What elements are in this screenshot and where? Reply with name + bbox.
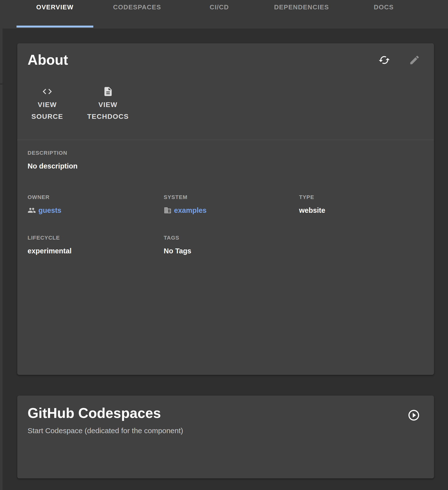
github-codespaces-card: GitHub Codespaces Start Codespace (dedic… — [17, 396, 434, 478]
owner-label: OWNER — [28, 194, 164, 200]
edit-icon — [409, 54, 420, 66]
about-card-title: About — [28, 52, 68, 68]
codespaces-card-subtitle: Start Codespace (dedicated for the compo… — [28, 426, 183, 435]
refresh-icon — [378, 54, 390, 66]
tab-cicd-label: CI/CD — [210, 3, 229, 29]
description-value: No description — [28, 162, 424, 170]
tags-label: TAGS — [164, 235, 299, 241]
sidebar-edge-divider — [0, 84, 2, 84]
about-card: About VIEW SOURCE VIEW T — [17, 43, 434, 375]
entity-tab-bar: OVERVIEW CODESPACES CI/CD DEPENDENCIES D… — [0, 0, 448, 29]
owner-link[interactable]: guests — [28, 206, 61, 215]
techdocs-icon — [103, 86, 113, 97]
tab-dependencies[interactable]: DEPENDENCIES — [263, 0, 340, 29]
about-card-header: About — [17, 43, 434, 68]
about-card-actions — [378, 54, 420, 66]
tab-dependencies-label: DEPENDENCIES — [274, 3, 329, 29]
about-card-content: DESCRIPTION No description OWNER guests … — [17, 140, 434, 255]
tab-docs-label: DOCS — [374, 3, 394, 29]
edit-button[interactable] — [409, 54, 420, 66]
codespaces-card-header: GitHub Codespaces Start Codespace (dedic… — [17, 396, 434, 435]
tags-value: No Tags — [164, 246, 299, 255]
type-field: TYPE website — [299, 194, 424, 215]
tab-codespaces[interactable]: CODESPACES — [99, 0, 176, 29]
tab-overview-label: OVERVIEW — [36, 3, 74, 29]
description-label: DESCRIPTION — [28, 150, 424, 156]
tab-codespaces-label: CODESPACES — [113, 3, 161, 29]
system-link-label: examples — [174, 206, 207, 215]
tab-docs[interactable]: DOCS — [345, 0, 422, 29]
system-label: SYSTEM — [164, 194, 299, 200]
codespaces-card-heading: GitHub Codespaces Start Codespace (dedic… — [28, 405, 183, 435]
view-techdocs-label: VIEW TECHDOCS — [85, 99, 131, 122]
domain-icon — [164, 206, 172, 214]
owner-link-label: guests — [38, 206, 61, 215]
system-link[interactable]: examples — [164, 206, 207, 215]
owner-field: OWNER guests — [28, 194, 164, 215]
lifecycle-value: experimental — [28, 246, 164, 255]
tab-overview[interactable]: OVERVIEW — [16, 0, 93, 29]
sidebar-edge — [0, 29, 2, 490]
about-fields-grid: OWNER guests SYSTEM examples — [28, 194, 424, 255]
view-source-button[interactable]: VIEW SOURCE — [28, 86, 67, 122]
type-label: TYPE — [299, 194, 424, 200]
type-value: website — [299, 206, 424, 215]
about-card-links: VIEW SOURCE VIEW TECHDOCS — [17, 86, 434, 122]
description-field: DESCRIPTION No description — [28, 150, 424, 170]
lifecycle-field: LIFECYCLE experimental — [28, 235, 164, 255]
refresh-button[interactable] — [378, 54, 390, 66]
view-techdocs-button[interactable]: VIEW TECHDOCS — [85, 86, 131, 122]
play-circle-icon — [407, 409, 420, 422]
view-source-label: VIEW SOURCE — [28, 99, 67, 122]
codespaces-card-title: GitHub Codespaces — [28, 405, 183, 421]
active-tab-indicator — [16, 26, 93, 28]
system-field: SYSTEM examples — [164, 194, 299, 215]
group-icon — [28, 206, 36, 214]
tags-field: TAGS No Tags — [164, 235, 299, 255]
code-icon — [42, 86, 53, 97]
lifecycle-label: LIFECYCLE — [28, 235, 164, 241]
tab-cicd[interactable]: CI/CD — [181, 0, 258, 29]
start-codespace-button[interactable] — [407, 409, 420, 422]
